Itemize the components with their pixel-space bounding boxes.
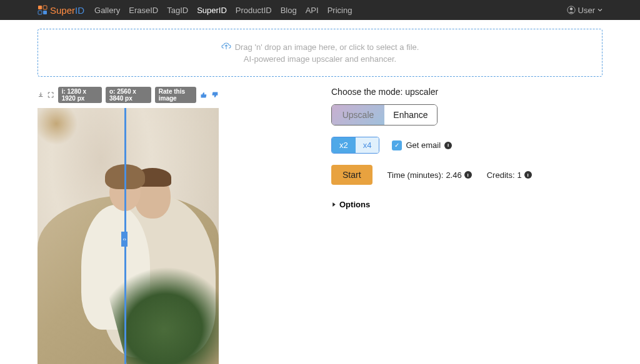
nav-link-eraseid[interactable]: EraseID	[129, 6, 158, 15]
thumbs-up-icon[interactable]	[200, 90, 208, 100]
nav-link-tagid[interactable]: TagID	[167, 6, 188, 15]
scale-toggle: x2 x4	[331, 137, 379, 154]
enhance-button[interactable]: Enhance	[384, 105, 437, 125]
output-size-badge: o: 2560 x 3840 px	[106, 87, 151, 103]
svg-point-5	[569, 7, 572, 10]
download-icon[interactable]	[38, 91, 44, 99]
get-email-checkbox[interactable]: ✓	[392, 140, 402, 150]
brand-id: ID	[75, 5, 84, 16]
credits-stat: Credits: 1 i	[487, 170, 532, 180]
user-menu[interactable]: User	[567, 6, 602, 15]
expand-icon[interactable]	[48, 91, 54, 99]
svg-rect-2	[43, 6, 47, 9]
options-toggle[interactable]: Options	[331, 200, 602, 209]
chevron-down-icon	[598, 7, 602, 12]
credits-info-icon[interactable]: i	[524, 171, 532, 179]
rate-badge[interactable]: Rate this image	[155, 87, 197, 103]
nav-link-pricing[interactable]: Pricing	[328, 6, 352, 15]
navbar: SuperID Gallery EraseID TagID SuperID Pr…	[0, 0, 640, 20]
thumbs-down-icon[interactable]	[211, 90, 219, 100]
image-comparison[interactable]	[38, 108, 219, 364]
svg-rect-0	[38, 6, 42, 9]
upscale-button[interactable]: Upscale	[332, 105, 384, 125]
time-stat: Time (minutes): 2.46 i	[388, 170, 472, 180]
scale-x4-button[interactable]: x4	[356, 137, 379, 153]
svg-rect-3	[38, 11, 42, 14]
brand-logo[interactable]: SuperID	[38, 5, 84, 16]
scale-x2-button[interactable]: x2	[332, 137, 356, 153]
user-label: User	[578, 6, 595, 15]
nav-link-blog[interactable]: Blog	[281, 6, 297, 15]
logo-icon	[38, 5, 48, 15]
nav-links: Gallery EraseID TagID SuperID ProductID …	[94, 6, 352, 15]
photo-fan	[38, 108, 81, 149]
comparison-slider-handle[interactable]	[121, 232, 128, 247]
brand-super: Super	[50, 5, 75, 16]
mode-label: Choose the mode: upscaler	[331, 87, 602, 97]
chevron-right-icon	[331, 202, 337, 207]
image-toolbar: i: 1280 x 1920 px o: 2560 x 3840 px Rate…	[38, 87, 219, 103]
mode-toggle: Upscale Enhance	[331, 104, 438, 125]
options-label: Options	[339, 200, 370, 209]
dropzone[interactable]: Drag 'n' drop an image here, or click to…	[38, 29, 602, 77]
nav-link-gallery[interactable]: Gallery	[94, 6, 120, 15]
cloud-upload-icon	[221, 42, 231, 52]
email-info-icon[interactable]: i	[444, 142, 452, 149]
nav-link-productid[interactable]: ProductID	[236, 6, 272, 15]
get-email-label: Get email	[406, 140, 441, 150]
nav-link-superid[interactable]: SuperID	[197, 6, 227, 15]
dropzone-text2: AI-powered image upscaler and enhancer.	[38, 54, 602, 64]
time-info-icon[interactable]: i	[464, 171, 472, 179]
user-icon	[567, 6, 576, 14]
input-size-badge: i: 1280 x 1920 px	[58, 87, 102, 103]
dropzone-text1: Drag 'n' drop an image here, or click to…	[235, 42, 419, 52]
start-button[interactable]: Start	[331, 165, 372, 185]
svg-rect-1	[43, 11, 47, 14]
nav-link-api[interactable]: API	[306, 6, 319, 15]
